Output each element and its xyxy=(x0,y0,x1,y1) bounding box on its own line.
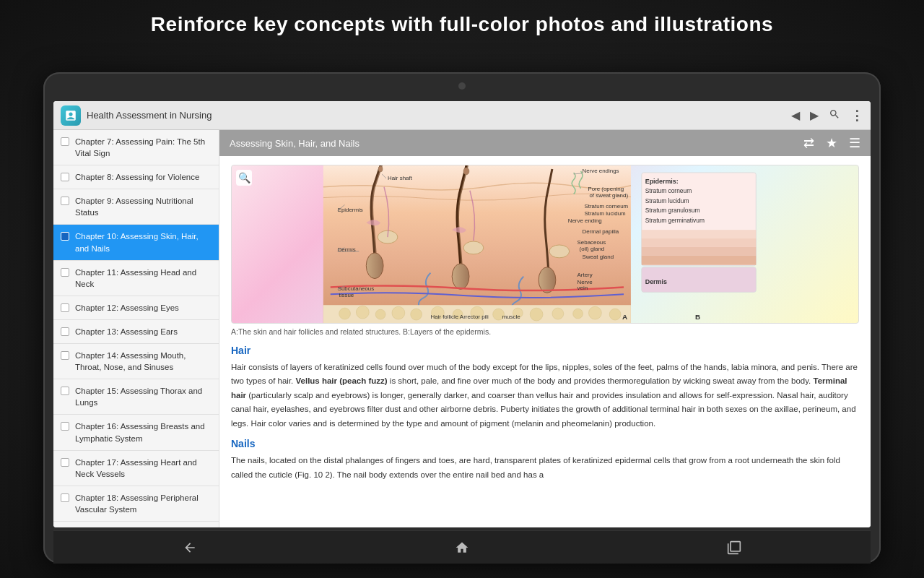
page-heading: Reinforce key concepts with full-color p… xyxy=(0,13,924,36)
svg-text:B: B xyxy=(695,313,700,321)
svg-text:Sweat gland: Sweat gland xyxy=(583,254,614,260)
sidebar-label-ch17: Chapter 17: Assessing Heart and Neck Ves… xyxy=(75,457,212,480)
app-icon-svg xyxy=(64,109,77,122)
svg-text:Stratum germinativum: Stratum germinativum xyxy=(645,217,705,224)
anatomy-figure: Nerve endings Pore (opening of sweat gla… xyxy=(231,165,859,337)
topbar-actions: ◀ ▶ ⋮ xyxy=(791,108,863,123)
svg-point-11 xyxy=(339,308,351,319)
sidebar-item-ch10[interactable]: Chapter 10: Assessing Skin, Hair, and Na… xyxy=(53,225,219,260)
content-header: Assessing Skin, Hair, and Nails ⇄ ★ ☰ xyxy=(219,130,871,156)
svg-text:(oil) gland: (oil) gland xyxy=(580,246,605,252)
sidebar-item-ch11[interactable]: Chapter 11: Assessing Head and Neck xyxy=(53,261,219,296)
hair-body-text: Hair consists of layers of keratinized c… xyxy=(231,361,859,431)
sidebar-item-ch16[interactable]: Chapter 16: Assessing Breasts and Lympha… xyxy=(53,415,219,450)
sidebar-item-ch13[interactable]: Chapter 13: Assessing Ears xyxy=(53,320,219,344)
sidebar-checkbox-ch8 xyxy=(61,173,69,181)
svg-text:Sebaceous: Sebaceous xyxy=(578,239,606,246)
camera-dot xyxy=(458,82,466,90)
menu-button[interactable]: ⋮ xyxy=(850,109,863,122)
sidebar-item-ch19[interactable]: Chapter 19: Assessing Abdomen xyxy=(53,522,219,527)
svg-rect-57 xyxy=(642,230,757,238)
hair-section-heading: Hair xyxy=(231,345,859,356)
share-button[interactable]: ⇄ xyxy=(803,135,814,151)
svg-point-21 xyxy=(530,308,543,321)
svg-point-14 xyxy=(392,306,405,319)
sidebar-checkbox-ch9 xyxy=(61,197,69,205)
svg-text:Dermis: Dermis xyxy=(338,246,356,253)
svg-text:Nerve ending: Nerve ending xyxy=(568,217,602,224)
sidebar-label-ch9: Chapter 9: Assessing Nutritional Status xyxy=(75,195,212,218)
sidebar-item-ch17[interactable]: Chapter 17: Assessing Heart and Neck Ves… xyxy=(53,451,219,486)
svg-text:Epidermis:: Epidermis: xyxy=(645,178,679,185)
svg-text:Dermal papilla: Dermal papilla xyxy=(583,228,619,235)
sidebar-checkbox-ch16 xyxy=(61,422,69,431)
app-title: Health Assessment in Nursing xyxy=(87,110,791,121)
content-area: Chapter 7: Assessing Pain: The 5th Vital… xyxy=(53,130,871,527)
svg-text:muscle: muscle xyxy=(502,314,521,320)
content-header-actions: ⇄ ★ ☰ xyxy=(803,135,860,151)
sidebar-item-ch18[interactable]: Chapter 18: Assessing Peripheral Vascula… xyxy=(53,486,219,522)
bookmark-button[interactable]: ★ xyxy=(826,135,837,151)
anatomy-image-container: Nerve endings Pore (opening of sweat gla… xyxy=(231,165,859,337)
sidebar-item-ch15[interactable]: Chapter 15: Assessing Thorax and Lungs xyxy=(53,379,219,415)
sidebar-item-ch7[interactable]: Chapter 7: Assessing Pain: The 5th Vital… xyxy=(53,130,219,165)
sidebar-label-ch13: Chapter 13: Assessing Ears xyxy=(75,326,178,337)
back-nav-button[interactable] xyxy=(178,536,201,559)
forward-button[interactable]: ▶ xyxy=(810,108,819,122)
sidebar-checkbox-ch10 xyxy=(61,232,69,241)
svg-text:Pore (opening: Pore (opening xyxy=(588,186,624,192)
search-button[interactable] xyxy=(829,108,840,123)
sidebar-checkbox-ch7 xyxy=(61,137,69,146)
screen: Health Assessment in Nursing ◀ ▶ ⋮ Chapt… xyxy=(53,101,871,527)
sidebar-label-ch16: Chapter 16: Assessing Breasts and Lympha… xyxy=(75,420,212,444)
svg-rect-60 xyxy=(642,256,757,265)
recents-nav-button[interactable] xyxy=(723,536,746,559)
svg-text:Hair shaft: Hair shaft xyxy=(388,175,413,181)
svg-text:vein: vein xyxy=(578,285,588,291)
svg-rect-58 xyxy=(642,238,757,247)
sidebar-label-ch10: Chapter 10: Assessing Skin, Hair, and Na… xyxy=(75,230,212,254)
sidebar-item-ch8[interactable]: Chapter 8: Assessing for Violence xyxy=(53,165,219,189)
sidebar-item-ch14[interactable]: Chapter 14: Assessing Mouth, Throat, Nos… xyxy=(53,344,219,379)
zoom-icon[interactable]: 🔍 xyxy=(236,170,252,186)
svg-text:Stratum granulosum: Stratum granulosum xyxy=(645,207,700,214)
svg-point-23 xyxy=(573,309,583,319)
sidebar-checkbox-ch13 xyxy=(61,327,69,336)
svg-point-1 xyxy=(366,253,383,279)
sidebar-item-ch12[interactable]: Chapter 12: Assessing Eyes xyxy=(53,296,219,320)
svg-text:Dermis: Dermis xyxy=(645,278,667,285)
figure-caption: A:The skin and hair follicles and relate… xyxy=(231,327,859,337)
svg-point-8 xyxy=(463,168,469,175)
nails-body-text: The nails, located on the distal phalang… xyxy=(231,454,859,482)
svg-text:Stratum lucidum: Stratum lucidum xyxy=(645,197,689,204)
svg-point-25 xyxy=(609,309,621,320)
app-icon xyxy=(61,105,81,126)
sidebar-label-ch7: Chapter 7: Assessing Pain: The 5th Vital… xyxy=(75,136,212,159)
sidebar-checkbox-ch17 xyxy=(61,458,69,467)
svg-text:of sweat gland): of sweat gland) xyxy=(589,192,628,199)
sidebar-label-ch12: Chapter 12: Assessing Eyes xyxy=(75,302,179,314)
svg-point-6 xyxy=(549,245,570,258)
svg-text:Stratum corneum: Stratum corneum xyxy=(585,203,629,210)
sidebar-label-ch15: Chapter 15: Assessing Thorax and Lungs xyxy=(75,385,212,408)
svg-text:Artery: Artery xyxy=(578,272,593,278)
toc-button[interactable]: ☰ xyxy=(849,135,860,151)
nails-section-heading: Nails xyxy=(231,438,859,449)
content-body: Nerve endings Pore (opening of sweat gla… xyxy=(219,156,871,527)
back-button[interactable]: ◀ xyxy=(791,108,800,122)
sidebar-checkbox-ch14 xyxy=(61,351,69,360)
sidebar-checkbox-ch18 xyxy=(61,493,69,502)
svg-text:tissue: tissue xyxy=(339,292,354,298)
svg-point-9 xyxy=(378,166,383,172)
svg-point-24 xyxy=(588,306,601,319)
svg-text:Stratum lucidum: Stratum lucidum xyxy=(585,210,627,217)
sidebar-label-ch14: Chapter 14: Assessing Mouth, Throat, Nos… xyxy=(75,350,212,373)
svg-text:Stratum corneum: Stratum corneum xyxy=(645,187,692,194)
anatomy-illustration: Nerve endings Pore (opening of sweat gla… xyxy=(231,165,859,324)
home-nav-button[interactable] xyxy=(450,536,474,559)
svg-point-15 xyxy=(411,309,422,320)
app-topbar: Health Assessment in Nursing ◀ ▶ ⋮ xyxy=(53,101,871,130)
sidebar-checkbox-ch15 xyxy=(61,387,69,395)
skin-anatomy-svg: Nerve endings Pore (opening of sweat gla… xyxy=(232,165,858,323)
sidebar-item-ch9[interactable]: Chapter 9: Assessing Nutritional Status xyxy=(53,189,219,225)
